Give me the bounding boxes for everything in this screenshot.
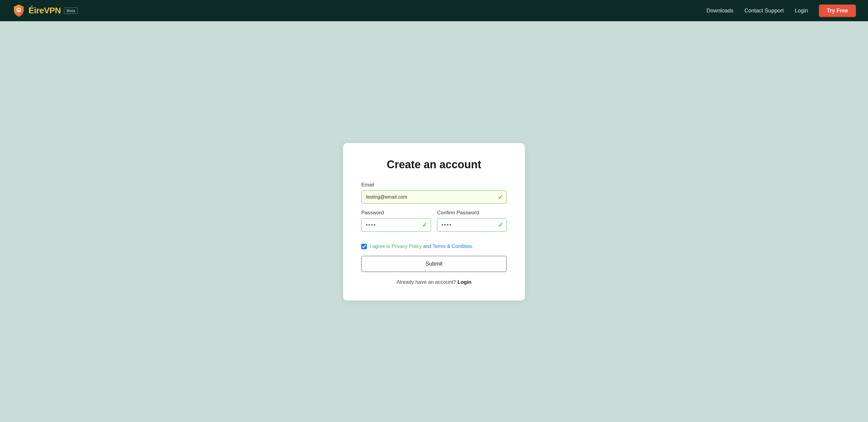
beta-badge: Beta — [64, 7, 78, 14]
privacy-policy-link[interactable]: Privacy Policy — [392, 244, 422, 249]
card-title: Create an account — [361, 158, 507, 171]
agree-and: and — [423, 244, 431, 249]
email-group: Email ✓ — [361, 182, 507, 204]
login-row: Already have an account? Login — [361, 279, 507, 285]
nav-downloads[interactable]: Downloads — [707, 7, 734, 14]
terms-link[interactable]: Terms & Conditios. — [433, 244, 473, 249]
agree-row: I agree to Privacy Policy and Terms & Co… — [361, 244, 507, 249]
nav-links: Downloads Contact Support Login Try Free — [707, 4, 856, 17]
try-free-button[interactable]: Try Free — [819, 4, 856, 17]
logo-icon — [12, 4, 26, 17]
email-input[interactable] — [361, 190, 507, 204]
password-label: Password — [361, 210, 431, 216]
agree-prefix: I agree to — [370, 244, 391, 249]
signup-card: Create an account Email ✓ Password ✓ Con… — [343, 143, 525, 301]
agree-checkbox[interactable] — [361, 244, 367, 249]
confirm-password-input[interactable] — [437, 218, 507, 232]
agree-text: I agree to Privacy Policy and Terms & Co… — [370, 244, 473, 249]
password-valid-icon: ✓ — [422, 221, 427, 229]
confirm-password-input-wrapper: ✓ — [437, 218, 507, 232]
nav-login[interactable]: Login — [795, 7, 808, 14]
submit-button[interactable]: Submit — [361, 256, 507, 272]
svg-rect-1 — [18, 10, 20, 12]
logo-area: ÉireVPN Beta — [12, 4, 78, 17]
password-input[interactable] — [361, 218, 431, 232]
confirm-password-label: Confirm Password — [437, 210, 507, 216]
password-group: Password ✓ — [361, 210, 431, 232]
email-input-wrapper: ✓ — [361, 190, 507, 204]
login-link[interactable]: Login — [458, 279, 471, 285]
password-row: Password ✓ Confirm Password ✓ — [361, 210, 507, 238]
email-label: Email — [361, 182, 507, 188]
confirm-password-valid-icon: ✓ — [498, 221, 503, 229]
confirm-password-group: Confirm Password ✓ — [437, 210, 507, 232]
email-valid-icon: ✓ — [498, 193, 503, 201]
logo-text: ÉireVPN — [28, 6, 61, 16]
page-content: Create an account Email ✓ Password ✓ Con… — [0, 21, 868, 422]
navbar: ÉireVPN Beta Downloads Contact Support L… — [0, 0, 868, 21]
nav-contact-support[interactable]: Contact Support — [744, 7, 784, 14]
already-account-text: Already have an account? — [397, 279, 456, 285]
password-input-wrapper: ✓ — [361, 218, 431, 232]
